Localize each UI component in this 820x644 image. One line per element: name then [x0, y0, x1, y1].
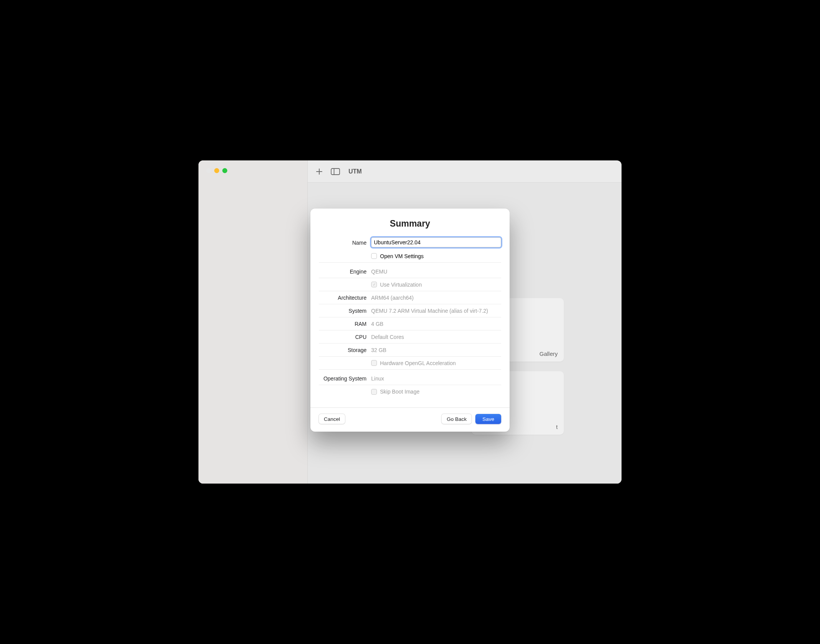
cpu-label: CPU: [319, 334, 371, 340]
toggle-sidebar-button[interactable]: [331, 167, 340, 176]
ram-label: RAM: [319, 321, 371, 327]
name-label: Name: [319, 239, 371, 246]
window-controls: [206, 168, 227, 173]
skip-boot-checkbox: Skip Boot Image: [371, 386, 501, 397]
system-label: System: [319, 308, 371, 314]
app-window: UTM Gallery t Summary Name Open VM Sett: [198, 160, 622, 484]
close-icon[interactable]: [206, 168, 211, 173]
checkbox-icon: [371, 389, 377, 395]
open-vm-settings-checkbox[interactable]: Open VM Settings: [371, 251, 501, 262]
os-label: Operating System: [319, 375, 371, 382]
architecture-value: ARM64 (aarch64): [371, 292, 501, 303]
summary-dialog: Summary Name Open VM Settings Engine QEM…: [310, 209, 510, 432]
checkbox-icon: [371, 360, 377, 366]
dialog-title: Summary: [310, 209, 510, 237]
go-back-button[interactable]: Go Back: [442, 414, 472, 424]
dialog-footer: Cancel Go Back Save: [310, 407, 510, 432]
engine-label: Engine: [319, 269, 371, 275]
save-button[interactable]: Save: [475, 414, 501, 424]
os-value: Linux: [371, 373, 501, 384]
minimize-icon[interactable]: [214, 168, 219, 173]
cpu-value: Default Cores: [371, 332, 501, 342]
storage-value: 32 GB: [371, 345, 501, 355]
use-virtualization-checkbox: Use Virtualization: [371, 279, 501, 290]
system-value: QEMU 7.2 ARM Virtual Machine (alias of v…: [371, 305, 501, 316]
skip-boot-label: Skip Boot Image: [380, 389, 420, 395]
add-vm-button[interactable]: [315, 167, 324, 176]
svg-rect-0: [331, 169, 340, 175]
checkbox-checked-icon: [371, 282, 377, 287]
opengl-label: Hardware OpenGL Acceleration: [380, 360, 456, 366]
maximize-icon[interactable]: [222, 168, 227, 173]
app-title: UTM: [348, 168, 362, 175]
toolbar: UTM: [308, 160, 622, 183]
open-vm-settings-label: Open VM Settings: [380, 253, 424, 259]
name-input[interactable]: [371, 237, 501, 247]
opengl-checkbox: Hardware OpenGL Acceleration: [371, 358, 501, 369]
use-virtualization-label: Use Virtualization: [380, 282, 422, 288]
sidebar: [198, 160, 308, 484]
engine-value: QEMU: [371, 266, 501, 277]
storage-label: Storage: [319, 347, 371, 353]
ram-value: 4 GB: [371, 319, 501, 329]
summary-form: Name Open VM Settings Engine QEMU Use Vi…: [310, 237, 510, 407]
architecture-label: Architecture: [319, 295, 371, 301]
checkbox-icon: [371, 253, 377, 259]
cancel-button[interactable]: Cancel: [319, 414, 345, 424]
